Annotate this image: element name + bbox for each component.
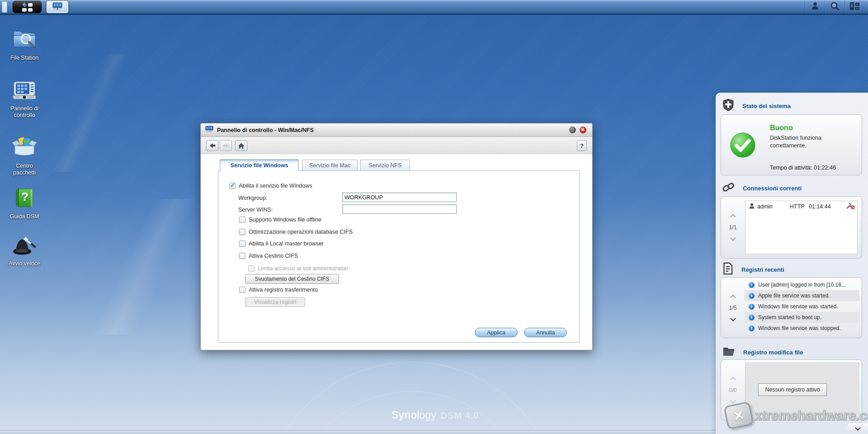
taskbar [0,0,868,15]
pilot-view-button[interactable] [844,0,864,14]
status-ok-icon [730,132,756,160]
folder-icon [722,346,735,359]
tab-content-panel: ✓ Abilita il servizio file Windows Workg… [218,170,580,343]
local-master-browser-checkbox[interactable] [239,241,245,247]
empty-cifs-recycle-button[interactable]: Svuotamento del Cestino CIFS [245,274,339,284]
cifs-db-optimization-label: Ottimizzazione operazioni database CIFS [249,229,353,235]
view-logs-button[interactable]: Visualizza registri [245,297,305,307]
window-title: Pannello di controllo - Win/Mac/NFS [217,127,314,133]
admin-only-access-label: Limita accesso ai soli amministratori [258,265,348,272]
connections-pager: 1/1 [721,197,745,258]
cancel-button[interactable]: Annulla [524,328,567,337]
window-titlebar[interactable]: Pannello di controllo - Win/Mac/NFS ✕ [201,123,592,137]
minimize-button[interactable] [569,127,576,133]
recent-logs-panel: 1/5 i User [admin] logged in from [10.16… [721,277,862,338]
forward-button[interactable] [220,140,232,151]
main-menu-button[interactable] [13,1,42,13]
info-icon: i [749,326,755,331]
cifs-recycle-bin-label: Attiva Cestino CIFS [249,253,298,259]
tab-nfs-service[interactable]: Servizio NFS [360,160,410,170]
connections-pager-count: 1/1 [729,224,737,231]
log-row[interactable]: i Windows file service was stopped. [745,323,859,334]
pilot-view-icon [849,2,860,12]
enable-windows-file-service-checkbox[interactable]: ✓ [229,183,236,189]
wallpaper-arc [262,362,561,434]
recent-logs-pager: 1/5 [721,278,745,338]
transfer-log-checkbox[interactable] [239,287,245,293]
info-icon: i [749,293,755,299]
admin-only-access-checkbox[interactable] [248,265,255,272]
window-title-icon [205,126,213,134]
tab-windows-file-service[interactable]: Servizio file Windows [220,159,299,171]
file-change-log-title: Registro modifica file [743,349,803,356]
shield-icon [722,99,734,113]
desktop-icon-dsm-help[interactable]: ? Guida DSM [0,188,49,220]
desktop-icon-file-station[interactable]: File Station [0,28,49,61]
user-menu-button[interactable] [805,0,825,14]
chevron-down-icon[interactable] [730,398,736,404]
desktop-icon-quick-start[interactable]: Avvio veloce [0,235,49,267]
chevron-up-icon[interactable] [730,214,736,220]
chevron-up-icon[interactable] [730,377,736,382]
connections-title: Connessioni correnti [743,185,802,192]
connections-header: Connessioni correnti [722,181,802,195]
search-button[interactable] [825,0,844,14]
question-glyph: ? [21,190,28,204]
cifs-db-optimization-checkbox[interactable] [239,229,245,235]
info-icon: i [749,282,755,288]
server-wins-input[interactable] [342,204,457,214]
package-center-icon [12,136,37,160]
desktop-icon-label: Pannello di controllo [5,105,44,119]
apply-button[interactable]: Applica [475,328,518,337]
chevron-down-icon[interactable] [730,316,736,321]
status-value: Buono [770,124,793,132]
show-desktop-button[interactable] [2,1,7,13]
synology-logo: Synology DSM 4.0 [392,409,479,421]
connection-row[interactable]: admin HTTP 01:14:44 [745,201,857,212]
system-status-title: Stato del sistema [742,103,791,109]
back-icon [209,143,216,148]
workgroup-input[interactable] [342,193,457,202]
dsm-help-icon: ? [14,188,35,210]
home-button[interactable] [235,140,247,151]
control-panel-icon [52,2,63,12]
log-row[interactable]: i System started to boot up. [745,312,859,323]
desktop-icon-label: File Station [5,55,44,61]
control-panel-window: Pannello di controllo - Win/Mac/NFS ✕ ? … [200,123,593,350]
control-panel-desktop-icon [12,80,37,102]
chevron-down-icon[interactable] [730,235,736,241]
log-row[interactable]: i User [admin] logged in from [10.16... [745,279,859,290]
taskbar-item-control-panel[interactable] [47,1,68,13]
file-station-icon [12,28,37,52]
recent-logs-pager-count: 1/5 [729,305,737,311]
back-button[interactable] [206,140,218,151]
offline-files-checkbox[interactable] [239,217,245,223]
uptime-text: Tempo di attività: 01:22:46 [770,165,836,171]
log-row[interactable]: i Windows file service was started. [745,301,859,312]
close-button[interactable]: ✕ [580,127,586,133]
server-wins-label: Server WINS: [238,207,273,213]
connection-user: admin [757,203,790,210]
logo-light-part: logy [417,409,436,421]
cifs-recycle-bin-checkbox[interactable] [239,253,245,259]
no-active-log-message: Nessun registro attivo [758,383,827,396]
document-icon [722,262,733,277]
help-button[interactable]: ? [577,140,587,151]
forward-icon [223,143,229,148]
xtremehardware-watermark: ✕ xtremehardware.com [726,404,868,427]
tab-mac-file-service[interactable]: Servizio file Mac [302,160,358,170]
connections-list: admin HTTP 01:14:44 [745,201,858,254]
status-description: DiskStation funziona correttamente. [770,134,847,150]
chevron-up-icon[interactable] [730,294,736,300]
logo-bold-part: Syno [392,409,417,421]
recent-logs-title: Registri recenti [741,266,784,273]
window-toolbar: ? [201,137,592,154]
desktop-icon-control-panel[interactable]: Pannello di controllo [0,80,49,119]
log-row[interactable]: i Apple file service was started. [745,290,859,301]
enable-windows-file-service-label: Abilita il servizio file Windows [239,183,312,189]
recent-logs-header: Registri recenti [722,263,784,276]
desktop-icon-package-center[interactable]: Centro pacchetti [0,136,49,176]
disconnect-icon[interactable] [846,203,855,211]
system-status-panel: Buono DiskStation funziona correttamente… [721,114,862,175]
local-master-browser-label: Abilita il Local master browser [249,241,324,247]
